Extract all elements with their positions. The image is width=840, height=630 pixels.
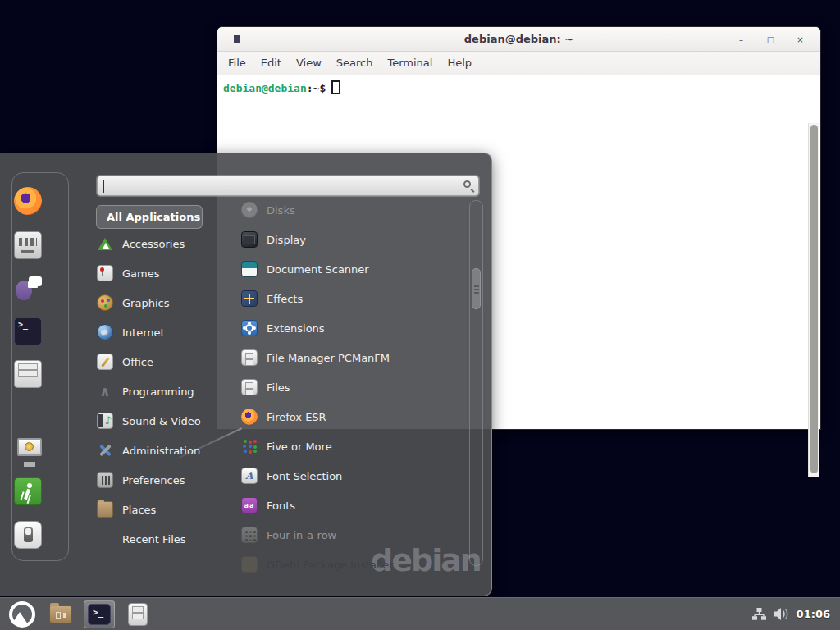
firefox-icon <box>241 409 258 425</box>
app-item-disks[interactable]: Disks <box>236 195 468 225</box>
programming-icon <box>97 383 113 399</box>
file-cabinet-icon <box>14 360 42 388</box>
terminal-icon <box>14 317 42 345</box>
taskbar: 01:06 <box>0 597 840 630</box>
favorite-pidgin[interactable] <box>14 275 42 303</box>
clock[interactable]: 01:06 <box>797 608 830 620</box>
keyboard-icon <box>14 231 42 259</box>
applications-menu: debian All Applications Accessories Game… <box>0 153 492 596</box>
app-item-four-in-a-row[interactable]: Four-in-a-row <box>236 520 468 550</box>
log-out-icon <box>14 477 42 505</box>
file-cabinet-icon <box>128 603 148 626</box>
folder-icon <box>49 605 72 623</box>
terminal-titlebar[interactable]: debian@debian: ~ – □ × <box>217 27 820 52</box>
menu-terminal[interactable]: Terminal <box>380 52 440 75</box>
font-selection-icon <box>241 468 258 484</box>
category-internet[interactable]: Internet <box>92 317 233 347</box>
preferences-icon <box>97 472 113 488</box>
app-item-gdebi-package-installer[interactable]: GDebi Package Installer <box>236 550 468 579</box>
lock-screen-button[interactable] <box>14 435 42 463</box>
terminal-title: debian@debian: ~ <box>217 27 820 52</box>
category-office[interactable]: Office <box>92 347 233 377</box>
applications-list: Disks Display Document Scanner Effects E… <box>236 195 468 579</box>
maximize-button[interactable]: □ <box>765 34 776 45</box>
terminal-scrollbar-thumb[interactable] <box>810 125 818 473</box>
graphics-icon <box>97 294 113 311</box>
favorite-firefox[interactable] <box>14 187 42 215</box>
category-all-applications[interactable]: All Applications <box>96 205 203 229</box>
log-out-button[interactable] <box>14 477 42 505</box>
menu-view[interactable]: View <box>289 52 329 75</box>
effects-icon <box>241 290 258 307</box>
app-item-effects[interactable]: Effects <box>236 284 468 313</box>
search-icon <box>463 180 471 188</box>
window-controls: – □ × <box>736 27 806 52</box>
taskbar-terminal-window[interactable] <box>84 600 115 628</box>
terminal-menubar: File Edit View Search Terminal Help <box>217 52 820 75</box>
file-cabinet-icon <box>241 349 258 366</box>
spacer <box>97 531 113 547</box>
volume-icon[interactable] <box>774 608 789 620</box>
category-places[interactable]: Places <box>92 495 233 524</box>
places-icon <box>97 501 113 518</box>
menu-edit[interactable]: Edit <box>253 52 289 75</box>
file-cabinet-icon <box>241 379 258 395</box>
accessories-icon <box>97 235 113 252</box>
category-programming[interactable]: Programming <box>92 377 233 406</box>
app-item-file-manager-pcmanfm[interactable]: File Manager PCManFM <box>236 343 468 372</box>
administration-icon <box>97 442 113 459</box>
terminal-scrollbar[interactable] <box>808 123 819 477</box>
app-item-five-or-more[interactable]: Five or More <box>236 431 468 461</box>
taskbar-file-manager-launcher[interactable] <box>122 600 153 628</box>
five-or-more-icon <box>241 438 258 454</box>
sound-video-icon <box>97 413 113 429</box>
app-item-display[interactable]: Display <box>236 225 468 254</box>
system-tray: 01:06 <box>752 608 833 620</box>
categories-list: Accessories Games Graphics Internet Offi… <box>92 229 233 554</box>
lock-screen-icon <box>14 435 42 463</box>
internet-icon <box>97 324 113 340</box>
favorite-terminal[interactable] <box>14 317 42 345</box>
search-input[interactable] <box>97 176 479 196</box>
four-in-a-row-icon <box>241 527 258 543</box>
games-icon <box>97 265 113 281</box>
menu-scrollbar[interactable] <box>469 200 483 566</box>
app-item-firefox-esr[interactable]: Firefox ESR <box>236 402 468 431</box>
category-preferences[interactable]: Preferences <box>92 465 233 495</box>
network-icon[interactable] <box>752 608 766 620</box>
prompt-user: debian@debian <box>223 82 307 94</box>
document-scanner-icon <box>241 261 258 277</box>
favorite-keyboard[interactable] <box>14 231 42 259</box>
app-item-document-scanner[interactable]: Document Scanner <box>236 254 468 284</box>
firefox-icon <box>14 187 42 215</box>
category-administration[interactable]: Administration <box>92 436 233 465</box>
close-button[interactable]: × <box>795 34 806 45</box>
category-games[interactable]: Games <box>92 258 233 288</box>
category-recent-files[interactable]: Recent Files <box>92 524 233 554</box>
category-sound-video[interactable]: Sound & Video <box>92 406 233 436</box>
app-item-fonts[interactable]: Fonts <box>236 491 468 520</box>
prompt-symbol: :~$ <box>307 82 326 94</box>
favorite-file-manager[interactable] <box>14 360 42 388</box>
menu-button[interactable] <box>7 600 38 628</box>
menu-search[interactable]: Search <box>329 52 381 75</box>
app-item-files[interactable]: Files <box>236 372 468 402</box>
office-icon <box>97 354 113 370</box>
menu-scrollbar-thumb[interactable] <box>472 268 481 309</box>
menu-help[interactable]: Help <box>440 52 479 75</box>
app-item-extensions[interactable]: Extensions <box>236 313 468 343</box>
pidgin-icon <box>14 275 42 303</box>
shut-down-button[interactable] <box>14 521 42 549</box>
minimize-button[interactable]: – <box>736 34 746 45</box>
taskbar-folder-launcher[interactable] <box>45 600 76 628</box>
terminal-cursor <box>331 80 340 94</box>
shut-down-icon <box>14 521 42 549</box>
text-caret <box>103 180 104 193</box>
category-graphics[interactable]: Graphics <box>92 288 233 317</box>
disks-icon <box>241 202 258 218</box>
app-item-font-selection[interactable]: Font Selection <box>236 461 468 491</box>
menu-file[interactable]: File <box>221 52 253 75</box>
display-icon <box>241 231 258 248</box>
category-accessories[interactable]: Accessories <box>92 229 233 258</box>
terminal-icon <box>88 604 111 625</box>
